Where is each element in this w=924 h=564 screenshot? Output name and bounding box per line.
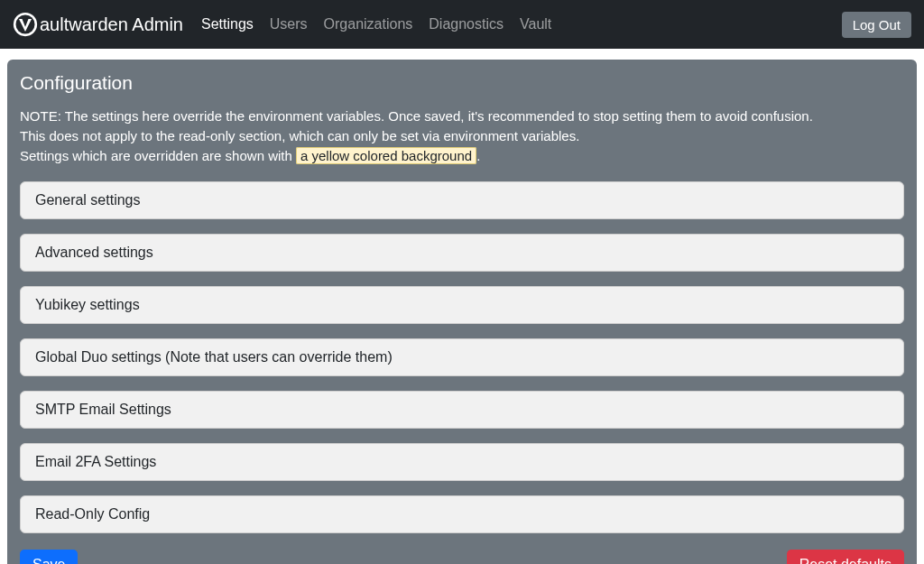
navbar: aultwarden Admin Settings Users Organiza…: [0, 0, 924, 49]
nav-links: Settings Users Organizations Diagnostics…: [201, 16, 842, 32]
brand[interactable]: aultwarden Admin: [13, 12, 183, 37]
page-wrap: Configuration NOTE: The settings here ov…: [0, 49, 924, 564]
brand-text: aultwarden Admin: [40, 14, 183, 35]
config-card: Configuration NOTE: The settings here ov…: [7, 60, 917, 564]
accordion-smtp[interactable]: SMTP Email Settings: [20, 391, 904, 429]
card-title: Configuration: [20, 72, 904, 94]
accordion: General settings Advanced settings Yubik…: [20, 181, 904, 533]
nav-diagnostics[interactable]: Diagnostics: [429, 16, 504, 32]
button-row: Save Reset defaults: [20, 550, 904, 564]
note-line2: This does not apply to the read-only sec…: [20, 126, 904, 145]
note-line3-suffix: .: [476, 148, 480, 163]
logout-button[interactable]: Log Out: [842, 12, 911, 38]
accordion-readonly[interactable]: Read-Only Config: [20, 495, 904, 533]
note-line1: NOTE: The settings here override the env…: [20, 106, 904, 125]
note-line3-prefix: Settings which are overridden are shown …: [20, 148, 296, 163]
accordion-duo[interactable]: Global Duo settings (Note that users can…: [20, 338, 904, 376]
nav-vault[interactable]: Vault: [520, 16, 551, 32]
accordion-email2fa[interactable]: Email 2FA Settings: [20, 443, 904, 481]
note-line3: Settings which are overridden are shown …: [20, 146, 904, 165]
nav-users[interactable]: Users: [270, 16, 308, 32]
vaultwarden-logo-icon: [13, 12, 38, 37]
save-button[interactable]: Save: [20, 550, 78, 564]
nav-organizations[interactable]: Organizations: [324, 16, 413, 32]
reset-defaults-button[interactable]: Reset defaults: [787, 550, 904, 564]
note-highlight: a yellow colored background: [296, 147, 476, 164]
nav-settings[interactable]: Settings: [201, 16, 254, 32]
accordion-advanced[interactable]: Advanced settings: [20, 234, 904, 272]
accordion-general[interactable]: General settings: [20, 181, 904, 219]
note-block: NOTE: The settings here override the env…: [20, 106, 904, 165]
accordion-yubikey[interactable]: Yubikey settings: [20, 286, 904, 324]
